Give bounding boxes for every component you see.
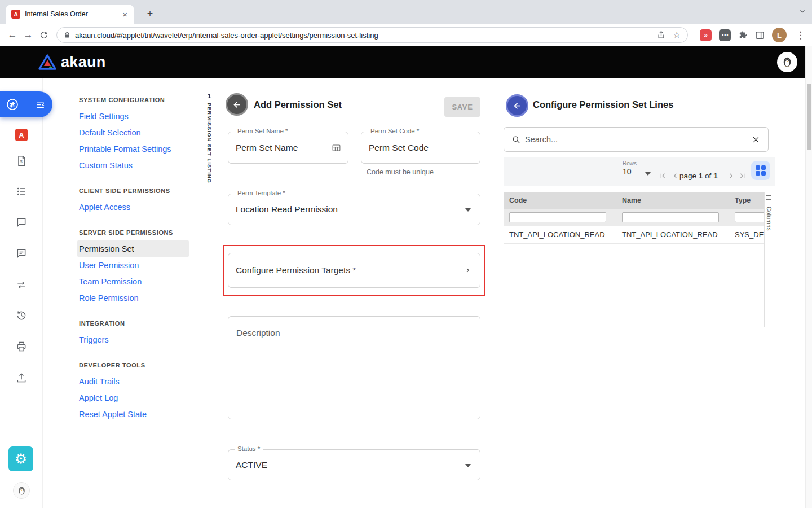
transfer-arrows-icon[interactable] xyxy=(0,279,43,291)
drag-grip-icon xyxy=(766,195,771,203)
sidebar-item-permission-set[interactable]: Permission Set xyxy=(77,240,189,257)
vertical-tab-permission-set-listing[interactable]: 1 PERMISSION SET LISTING xyxy=(201,78,217,508)
history-icon[interactable] xyxy=(0,310,43,321)
last-page-icon[interactable] xyxy=(736,170,748,181)
permission-lines-table: Code Name Type TNT_API_LOCATION_READ TNT… xyxy=(504,192,764,244)
rows-per-page-select[interactable]: 10 xyxy=(623,167,652,179)
perm-set-name-field[interactable]: Perm Set Name * Perm Set Name xyxy=(228,132,348,164)
url-text: akaun.cloud/#/applet/tnt/wavelet/erp/int… xyxy=(75,31,657,40)
filter-input-code[interactable] xyxy=(509,212,606,222)
column-header-name: Name xyxy=(616,192,729,209)
sidebar-item-printable-format-settings[interactable]: Printable Format Settings xyxy=(43,141,201,157)
list-icon[interactable] xyxy=(0,186,43,197)
settings-sidebar: SYSTEM CONFIGURATION Field Settings Defa… xyxy=(43,78,201,508)
lines-back-button[interactable] xyxy=(506,94,528,117)
sidebar-item-role-permission[interactable]: Role Permission xyxy=(43,290,201,306)
sidebar-item-field-settings[interactable]: Field Settings xyxy=(43,108,201,124)
printer-icon[interactable] xyxy=(0,341,43,352)
configure-permission-targets-row[interactable]: Configure Permission Targets * xyxy=(228,253,480,288)
vertical-tab-label: PERMISSION SET LISTING xyxy=(206,103,212,183)
sidebar-item-triggers[interactable]: Triggers xyxy=(43,331,201,348)
column-header-type: Type xyxy=(729,192,764,209)
add-permission-set-panel: Add Permission Set SAVE Perm Set Name * … xyxy=(217,78,495,508)
columns-chooser-strip[interactable]: Columns xyxy=(764,192,773,327)
form-back-button[interactable] xyxy=(226,93,248,116)
workspace-switcher-pill[interactable] xyxy=(0,91,52,117)
lines-search-box[interactable] xyxy=(504,127,769,152)
comment-icon[interactable] xyxy=(0,248,43,259)
extension-red-icon[interactable]: » xyxy=(700,29,712,41)
tab-close-icon[interactable]: × xyxy=(121,10,129,19)
pdf-app-icon[interactable]: A xyxy=(0,129,43,141)
reload-icon[interactable] xyxy=(36,27,52,43)
sidebar-item-reset-applet-state[interactable]: Reset Applet State xyxy=(43,406,201,422)
perm-template-select[interactable]: Perm Template * Location Read Permission xyxy=(228,194,480,225)
browser-tab-strip: A Internal Sales Order × + xyxy=(0,0,812,24)
address-bar[interactable]: akaun.cloud/#/applet/tnt/wavelet/erp/int… xyxy=(56,27,688,43)
back-icon[interactable]: ← xyxy=(5,27,20,43)
browser-navbar: ← → akaun.cloud/#/applet/tnt/wavelet/erp… xyxy=(0,24,812,46)
vertical-tab-index: 1 xyxy=(201,93,217,99)
chat-icon[interactable] xyxy=(0,217,43,228)
perm-template-label: Perm Template * xyxy=(235,190,288,196)
sidebar-item-default-selection[interactable]: Default Selection xyxy=(43,124,201,141)
page-current: 1 xyxy=(699,172,703,180)
chevron-down-icon xyxy=(465,464,471,467)
sidebar-item-custom-status[interactable]: Custom Status xyxy=(43,157,201,173)
sidebar-item-team-permission[interactable]: Team Permission xyxy=(43,273,201,290)
section-header-developer-tools: DEVELOPER TOOLS xyxy=(43,357,201,373)
browser-tab[interactable]: A Internal Sales Order × xyxy=(6,5,134,24)
akaun-logo: akaun xyxy=(38,54,106,71)
status-label: Status * xyxy=(235,445,263,452)
lock-icon xyxy=(64,32,70,39)
browser-profile-avatar[interactable]: L xyxy=(772,28,787,42)
tab-title: Internal Sales Order xyxy=(25,10,121,18)
sidebar-item-applet-access[interactable]: Applet Access xyxy=(43,199,201,215)
perm-set-code-field[interactable]: Perm Set Code * Perm Set Code xyxy=(361,132,480,164)
forward-icon[interactable]: → xyxy=(20,27,36,43)
section-header-system-configuration: SYSTEM CONFIGURATION xyxy=(43,91,201,108)
page-scrollbar[interactable] xyxy=(805,46,812,508)
status-select[interactable]: Status * ACTIVE xyxy=(228,449,480,480)
settings-gear-button[interactable]: ⚙ xyxy=(8,446,33,471)
billing-document-icon[interactable]: $ xyxy=(0,155,43,167)
filter-input-type[interactable] xyxy=(735,212,764,222)
sidebar-item-user-permission[interactable]: User Permission xyxy=(43,257,201,273)
penguin-icon[interactable] xyxy=(13,482,30,499)
menu-collapse-icon[interactable] xyxy=(35,99,46,110)
first-page-icon[interactable] xyxy=(657,170,668,181)
screen: A Internal Sales Order × + ← → akaun.clo… xyxy=(0,0,812,508)
share-icon[interactable] xyxy=(657,30,665,40)
sidebar-item-applet-log[interactable]: Applet Log xyxy=(43,389,201,406)
rows-label: Rows xyxy=(623,160,637,167)
sidebar-item-audit-trails[interactable]: Audit Trails xyxy=(43,373,201,389)
grid-view-button[interactable] xyxy=(751,161,770,180)
description-textarea[interactable]: Description xyxy=(228,316,480,419)
search-input[interactable] xyxy=(525,135,752,144)
tab-search-chevron-icon[interactable] xyxy=(798,7,806,17)
next-page-icon[interactable] xyxy=(725,170,736,181)
app-switch-icon[interactable] xyxy=(6,98,19,111)
browser-menu-icon[interactable]: ⋮ xyxy=(793,29,807,41)
user-penguin-avatar[interactable] xyxy=(777,52,797,72)
scrollbar-thumb[interactable] xyxy=(807,84,811,150)
table-picker-icon[interactable] xyxy=(332,143,341,152)
description-placeholder: Description xyxy=(236,328,280,338)
app-rail: A $ ⚙ xyxy=(0,78,43,508)
previous-page-icon[interactable] xyxy=(669,170,681,181)
side-panel-icon[interactable] xyxy=(755,30,765,40)
save-button[interactable]: SAVE xyxy=(444,97,480,117)
table-row[interactable]: TNT_API_LOCATION_READ TNT_API_LOCATION_R… xyxy=(504,226,764,244)
extensions-puzzle-icon[interactable] xyxy=(738,30,748,40)
new-tab-button[interactable]: + xyxy=(142,6,158,21)
upload-icon[interactable] xyxy=(0,372,43,383)
clear-search-icon[interactable] xyxy=(752,135,760,144)
logo-wordmark: akaun xyxy=(61,54,106,71)
form-panel-title: Add Permission Set xyxy=(254,99,342,110)
bookmark-star-icon[interactable]: ☆ xyxy=(673,30,681,40)
of-word: of xyxy=(705,172,711,180)
filter-input-name[interactable] xyxy=(622,212,719,222)
extension-dark-icon[interactable]: ⋯ xyxy=(719,29,731,41)
page-indicator: page 1 of 1 xyxy=(679,172,718,180)
perm-template-value: Location Read Permission xyxy=(236,204,338,214)
